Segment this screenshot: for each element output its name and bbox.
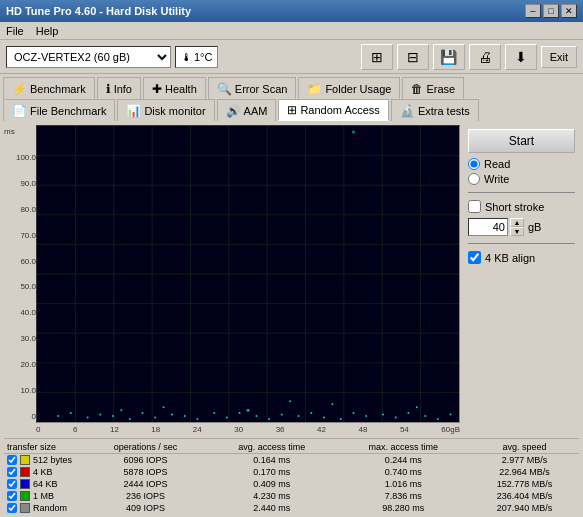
svg-point-54: [120, 409, 122, 411]
toolbar-btn-3[interactable]: 💾: [433, 44, 465, 70]
svg-point-44: [395, 417, 397, 419]
maximize-btn[interactable]: □: [543, 4, 559, 18]
read-label: Read: [484, 158, 510, 170]
row-checkbox-3[interactable]: [7, 491, 17, 501]
row-checkbox-4[interactable]: [7, 503, 17, 513]
tab-erase-label: Erase: [426, 83, 455, 95]
table-row: 1 MB 236 IOPS 4.230 ms 7.836 ms 236.404 …: [4, 490, 579, 502]
x-label-54: 54: [400, 425, 409, 434]
th-avg-access: avg. access time: [207, 441, 336, 454]
svg-point-47: [437, 418, 439, 420]
write-radio[interactable]: [468, 173, 480, 185]
table-row: 4 KB 5878 IOPS 0.170 ms 0.740 ms 22.964 …: [4, 466, 579, 478]
data-points: [57, 130, 451, 420]
start-button[interactable]: Start: [468, 129, 575, 153]
y-label-40: 40.0: [4, 308, 36, 317]
close-btn[interactable]: ✕: [561, 4, 577, 18]
minimize-btn[interactable]: –: [525, 4, 541, 18]
short-stroke-label[interactable]: Short stroke: [468, 200, 575, 213]
svg-point-37: [298, 415, 300, 417]
svg-point-29: [184, 415, 186, 417]
svg-point-26: [142, 412, 144, 414]
svg-point-55: [352, 130, 355, 133]
error-scan-icon: 🔍: [217, 82, 232, 96]
y-label-10: 10.0: [4, 386, 36, 395]
toolbar-btn-4[interactable]: 🖨: [469, 44, 501, 70]
health-icon: ✚: [152, 82, 162, 96]
row-label-3: 1 MB: [33, 491, 54, 501]
align-label[interactable]: 4 KB align: [468, 251, 575, 264]
align-text: 4 KB align: [485, 252, 535, 264]
toolbar-btn-1[interactable]: ⊞: [361, 44, 393, 70]
row-checkbox-1[interactable]: [7, 467, 17, 477]
app-title: HD Tune Pro 4.60 - Hard Disk Utility: [6, 5, 191, 17]
tab-erase[interactable]: 🗑 Erase: [402, 77, 464, 99]
toolbar-btn-5[interactable]: ⬇: [505, 44, 537, 70]
row-label-2: 64 KB: [33, 479, 58, 489]
svg-point-34: [255, 415, 257, 417]
folder-icon: 📁: [307, 82, 322, 96]
short-stroke-checkbox[interactable]: [468, 200, 481, 213]
toolbar: OCZ-VERTEX2 (60 gB) 🌡 1°C ⊞ ⊟ 💾 🖨 ⬇ Exit: [0, 40, 583, 74]
tab-folder-usage[interactable]: 📁 Folder Usage: [298, 77, 400, 99]
exit-button[interactable]: Exit: [541, 46, 577, 68]
tab-benchmark-label: Benchmark: [30, 83, 86, 95]
y-label-50: 50.0: [4, 282, 36, 291]
y-label-70: 70.0: [4, 231, 36, 240]
tab-folder-label: Folder Usage: [325, 83, 391, 95]
color-box-4: [20, 503, 30, 513]
disk-monitor-icon: 📊: [126, 104, 141, 118]
tab-aam[interactable]: 🔊 AAM: [217, 99, 277, 121]
toolbar-btn-2[interactable]: ⊟: [397, 44, 429, 70]
tab-file-benchmark[interactable]: 📄 File Benchmark: [3, 99, 115, 121]
x-axis: 0 6 12 18 24 30 36 42 48 54 60gB: [36, 423, 460, 436]
row-avg-access-2: 0.409 ms: [207, 478, 336, 490]
write-radio-label[interactable]: Write: [468, 173, 575, 185]
tab-info[interactable]: ℹ Info: [97, 77, 141, 99]
menu-file[interactable]: File: [6, 25, 24, 37]
x-label-30: 30: [234, 425, 243, 434]
window-controls: – □ ✕: [525, 4, 577, 18]
tab-benchmark[interactable]: ⚡ Benchmark: [3, 77, 95, 99]
spinbox-container: ▲ ▼ gB: [468, 218, 575, 236]
x-label-12: 12: [110, 425, 119, 434]
row-ops-3: 236 IOPS: [84, 490, 207, 502]
row-checkbox-0[interactable]: [7, 455, 17, 465]
svg-point-32: [226, 417, 228, 419]
y-axis: ms 100.0 90.0 80.0 70.0 60.0 50.0 40.0 3…: [4, 125, 36, 436]
menu-help[interactable]: Help: [36, 25, 59, 37]
y-label-ms: ms: [4, 127, 36, 136]
y-label-30: 30.0: [4, 334, 36, 343]
read-radio-label[interactable]: Read: [468, 158, 575, 170]
svg-point-42: [365, 415, 367, 417]
drive-select[interactable]: OCZ-VERTEX2 (60 gB): [6, 46, 171, 68]
tab-extra-tests[interactable]: 🔬 Extra tests: [391, 99, 479, 121]
spinbox-input[interactable]: [468, 218, 508, 236]
y-label-0: 0: [4, 412, 36, 421]
tab-health-label: Health: [165, 83, 197, 95]
svg-point-21: [70, 412, 72, 414]
random-access-icon: ⊞: [287, 103, 297, 117]
row-avg-access-0: 0.164 ms: [207, 454, 336, 467]
tab-error-scan[interactable]: 🔍 Error Scan: [208, 77, 297, 99]
svg-point-36: [281, 414, 283, 416]
row-avg-access-4: 2.440 ms: [207, 502, 336, 514]
row-checkbox-2[interactable]: [7, 479, 17, 489]
data-table: transfer size operations / sec avg. acce…: [4, 441, 579, 514]
tab-health[interactable]: ✚ Health: [143, 77, 206, 99]
spinbox-down-arrow[interactable]: ▼: [510, 227, 524, 236]
row-avg-speed-4: 207.940 MB/s: [470, 502, 579, 514]
extra-tests-icon: 🔬: [400, 104, 415, 118]
x-label-18: 18: [151, 425, 160, 434]
x-label-60gb: 60gB: [441, 425, 460, 434]
align-checkbox[interactable]: [468, 251, 481, 264]
tab-random-access[interactable]: ⊞ Random Access: [278, 99, 388, 121]
svg-point-49: [163, 406, 165, 408]
svg-point-45: [407, 412, 409, 414]
tabs-row1: ⚡ Benchmark ℹ Info ✚ Health 🔍 Error Scan…: [0, 74, 583, 99]
read-radio[interactable]: [468, 158, 480, 170]
spinbox-up-arrow[interactable]: ▲: [510, 218, 524, 227]
aam-icon: 🔊: [226, 104, 241, 118]
svg-point-27: [154, 417, 156, 419]
tab-disk-monitor[interactable]: 📊 Disk monitor: [117, 99, 214, 121]
